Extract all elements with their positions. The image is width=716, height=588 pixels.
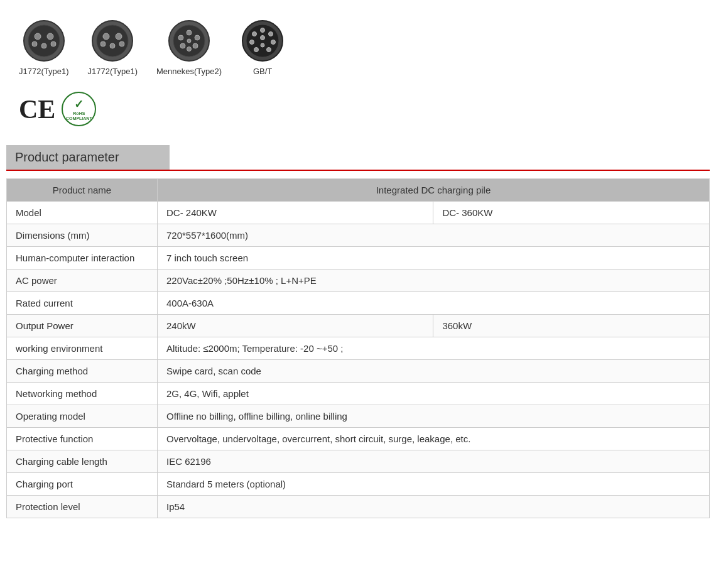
svg-point-25	[261, 28, 265, 33]
svg-point-10	[116, 33, 122, 40]
table-cell-value: DC- 240KW	[158, 202, 433, 224]
table-cell-value2: DC- 360KW	[433, 202, 710, 224]
table-cell-value: 7 inch touch screen	[158, 247, 710, 270]
svg-point-5	[41, 43, 46, 48]
table-header-row: Product name Integrated DC charging pile	[7, 179, 710, 202]
table-cell-value: 720*557*1600(mm)	[158, 224, 710, 247]
connector-mennekes: Mennekes(Type2)	[156, 19, 222, 76]
table-row: Protection levelIp54	[7, 496, 710, 518]
rohs-check-icon: ✓	[74, 97, 84, 111]
table-row: working environmentAltitude: ≤2000m; Tem…	[7, 337, 710, 360]
table-cell-label: Model	[7, 202, 158, 224]
svg-point-30	[250, 40, 254, 45]
svg-point-19	[180, 43, 185, 48]
ce-logo: CE	[19, 96, 55, 122]
connector-j1772-1: J1772(Type1)	[19, 19, 69, 76]
connector-label-j1772-1: J1772(Type1)	[19, 67, 69, 76]
svg-point-8	[97, 25, 128, 57]
svg-point-31	[252, 32, 257, 36]
svg-point-26	[269, 32, 273, 36]
svg-point-32	[261, 36, 265, 40]
connector-icon-mennekes	[167, 19, 211, 63]
table-cell-label: AC power	[7, 270, 158, 292]
svg-point-13	[119, 41, 124, 46]
connector-gbt: GB/T	[241, 19, 285, 76]
table-cell-label: Protection level	[7, 496, 158, 518]
svg-point-2	[35, 33, 41, 40]
table-cell-value: 400A-630A	[158, 292, 710, 315]
table-cell-label: Protective function	[7, 428, 158, 450]
rohs-logo: ✓ RoHSCOMPLIANT	[62, 92, 96, 126]
svg-point-20	[193, 43, 198, 48]
table-cell-label: Output Power	[7, 315, 158, 337]
table-cell-label: Charging method	[7, 360, 158, 383]
table-cell-value: Altitude: ≤2000m; Temperature: -20 ~+50 …	[158, 337, 710, 360]
svg-point-21	[187, 47, 192, 52]
cert-section: CE ✓ RoHSCOMPLIANT	[6, 85, 710, 139]
table-cell-value: 240kW	[158, 315, 433, 337]
svg-point-3	[47, 33, 53, 40]
table-row: Protective functionOvervoltage, undervol…	[7, 428, 710, 450]
table-cell-value: 2G, 4G, Wifi, applet	[158, 383, 710, 405]
connector-icon-j1772-2	[90, 19, 134, 63]
table-cell-label: Human-computer interaction	[7, 247, 158, 270]
table-row: AC power220Vac±20% ;50Hz±10% ; L+N+PE	[7, 270, 710, 292]
section-title: Product parameter	[6, 145, 170, 170]
table-cell-label: Networking method	[7, 383, 158, 405]
connector-label-j1772-2: J1772(Type1)	[88, 67, 138, 76]
svg-point-18	[195, 35, 200, 40]
table-row: ModelDC- 240KWDC- 360KW	[7, 202, 710, 224]
table-cell-value: Standard 5 meters (optional)	[158, 473, 710, 496]
table-header-col1: Product name	[7, 179, 158, 202]
svg-point-1	[28, 25, 60, 57]
svg-point-27	[271, 40, 276, 45]
param-table: Product name Integrated DC charging pile…	[6, 178, 710, 518]
svg-point-16	[187, 30, 192, 35]
table-header-col2: Integrated DC charging pile	[158, 179, 710, 202]
table-row: Rated current400A-630A	[7, 292, 710, 315]
table-cell-label: Dimensions (mm)	[7, 224, 158, 247]
svg-point-9	[103, 33, 109, 40]
connector-label-mennekes: Mennekes(Type2)	[156, 67, 222, 76]
table-cell-value: 220Vac±20% ;50Hz±10% ; L+N+PE	[158, 270, 710, 292]
connector-label-gbt: GB/T	[253, 67, 272, 76]
table-row: Charging portStandard 5 meters (optional…	[7, 473, 710, 496]
table-cell-label: working environment	[7, 337, 158, 360]
connector-icon-gbt	[241, 19, 285, 63]
svg-point-4	[32, 41, 37, 46]
svg-point-12	[110, 43, 115, 48]
section-header-wrapper: Product parameter	[6, 145, 710, 171]
svg-point-17	[178, 35, 183, 40]
table-cell-label: Charging cable length	[7, 450, 158, 473]
table-cell-label: Operating model	[7, 405, 158, 428]
svg-point-22	[187, 39, 191, 43]
connectors-section: J1772(Type1) J1772(Type1) Menneke	[6, 13, 710, 85]
connector-j1772-2: J1772(Type1)	[88, 19, 138, 76]
table-row: Output Power240kW360kW	[7, 315, 710, 337]
table-cell-label: Rated current	[7, 292, 158, 315]
table-row: Charging cable lengthIEC 62196	[7, 450, 710, 473]
table-row: Charging methodSwipe card, scan code	[7, 360, 710, 383]
svg-point-6	[51, 41, 56, 46]
connector-icon-j1772-1	[22, 19, 66, 63]
table-cell-value: Offline no billing, offline billing, onl…	[158, 405, 710, 428]
svg-point-11	[100, 41, 106, 46]
table-cell-label: Charging port	[7, 473, 158, 496]
table-cell-value2: 360kW	[433, 315, 710, 337]
table-cell-value: IEC 62196	[158, 450, 710, 473]
table-row: Human-computer interaction7 inch touch s…	[7, 247, 710, 270]
svg-point-28	[267, 48, 271, 52]
svg-point-29	[254, 48, 259, 52]
table-row: Operating modelOffline no billing, offli…	[7, 405, 710, 428]
table-cell-value: Ip54	[158, 496, 710, 518]
table-row: Dimensions (mm)720*557*1600(mm)	[7, 224, 710, 247]
table-row: Networking method2G, 4G, Wifi, applet	[7, 383, 710, 405]
rohs-text: RoHSCOMPLIANT	[66, 111, 92, 121]
svg-point-33	[261, 43, 264, 47]
table-cell-value: Swipe card, scan code	[158, 360, 710, 383]
table-cell-value: Overvoltage, undervoltage, overcurrent, …	[158, 428, 710, 450]
